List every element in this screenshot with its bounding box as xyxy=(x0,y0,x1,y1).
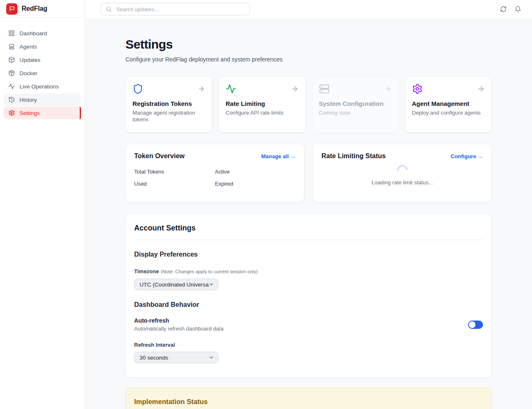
display-preferences-title: Display Preferences xyxy=(134,251,483,258)
card-agent-management[interactable]: Agent Management Deploy and configure ag… xyxy=(405,76,492,133)
brand-header: RedFlag xyxy=(0,0,85,18)
timezone-note: (Note: Changes apply to current session … xyxy=(161,269,257,274)
gear-icon xyxy=(412,83,423,94)
sidebar-item-label: Settings xyxy=(20,110,40,116)
topbar xyxy=(85,0,532,18)
overview-row: Token Overview Manage all → Total Tokens… xyxy=(125,144,492,203)
toggle-knob xyxy=(469,321,476,328)
content-area: Settings Configure your RedFlag deployme… xyxy=(85,18,532,409)
sidebar-item-label: Docker xyxy=(20,70,37,76)
timezone-select-value: UTC (Coordinated Universal Time) xyxy=(140,282,213,288)
history-clock-icon xyxy=(8,96,15,103)
sidebar-item-updates[interactable]: Updates xyxy=(4,54,81,66)
implementation-status-card: Implementation Status ✔️ Implemented Fea… xyxy=(125,387,492,409)
card-title: Agent Management xyxy=(412,100,485,107)
auto-refresh-row: Auto-refresh Automatically refresh dashb… xyxy=(134,317,483,332)
sidebar-item-label: Live Operations xyxy=(20,83,59,90)
feature-cards: Registration Tokens Manage agent registr… xyxy=(125,76,492,133)
arrow-right-icon xyxy=(291,83,299,93)
refresh-interval-select-value: 30 seconds xyxy=(140,355,213,361)
gear-icon xyxy=(8,110,15,116)
card-description: Manage agent registration tokens xyxy=(132,110,205,123)
activity-icon xyxy=(8,83,15,90)
account-settings-card: Account Settings Display Preferences Tim… xyxy=(125,213,492,378)
chevron-down-icon xyxy=(209,279,218,290)
arrow-right-icon xyxy=(198,83,205,93)
auto-refresh-label: Auto-refresh xyxy=(134,317,223,324)
stat-label-total-tokens: Total Tokens xyxy=(134,169,215,175)
card-title: System Configuration xyxy=(319,100,392,107)
token-overview-panel: Token Overview Manage all → Total Tokens… xyxy=(125,144,304,203)
token-stats: Total Tokens Active Used Expired xyxy=(134,169,296,187)
search-box[interactable] xyxy=(101,3,250,15)
implementation-status-title: Implementation Status xyxy=(134,398,483,406)
activity-icon xyxy=(226,83,236,94)
dashboard-grid-icon xyxy=(8,30,15,37)
sidebar-item-live-operations[interactable]: Live Operations xyxy=(4,80,81,93)
card-title: Rate Limiting xyxy=(226,100,298,107)
page-title: Settings xyxy=(125,37,492,51)
loading-text: Loading rate limit status... xyxy=(371,179,433,186)
redflag-logo xyxy=(6,3,17,15)
notifications-button[interactable] xyxy=(515,6,521,12)
auto-refresh-toggle[interactable] xyxy=(468,321,483,329)
search-input[interactable] xyxy=(115,6,245,13)
account-settings-title: Account Settings xyxy=(134,224,483,233)
panel-title: Rate Limiting Status xyxy=(321,152,386,160)
arrow-right-icon xyxy=(477,83,485,93)
sidebar-item-label: Updates xyxy=(20,57,40,63)
sidebar-item-label: History xyxy=(20,97,37,103)
card-rate-limiting[interactable]: Rate Limiting Configure API rate limits xyxy=(218,76,305,133)
shield-icon xyxy=(132,83,143,94)
docker-box-icon xyxy=(8,70,15,76)
spinner-icon xyxy=(395,163,409,177)
timezone-label: Timezone xyxy=(134,268,159,274)
page-subtitle: Configure your RedFlag deployment and sy… xyxy=(125,56,492,63)
brand-name: RedFlag xyxy=(22,5,47,12)
refresh-interval-label: Refresh Interval xyxy=(134,342,483,348)
flag-icon xyxy=(9,6,15,12)
topbar-actions xyxy=(500,6,521,12)
loading-indicator: Loading rate limit status... xyxy=(321,165,483,186)
manage-all-link[interactable]: Manage all → xyxy=(261,153,296,159)
stat-label-expired: Expired xyxy=(215,181,296,187)
sidebar: RedFlag Dashboard Agents Updates Docker … xyxy=(0,0,85,409)
sidebar-item-label: Agents xyxy=(20,44,37,50)
stat-label-used: Used xyxy=(134,181,215,187)
sidebar-item-agents[interactable]: Agents xyxy=(4,40,81,53)
card-title: Registration Tokens xyxy=(132,100,205,107)
configure-link[interactable]: Configure → xyxy=(451,153,483,159)
stat-label-active: Active xyxy=(215,169,296,175)
package-icon xyxy=(8,56,15,63)
panel-title: Token Overview xyxy=(134,152,185,160)
card-description: Deploy and configure agents xyxy=(412,110,485,116)
refresh-interval-select[interactable]: 30 seconds xyxy=(134,352,218,363)
timezone-select[interactable]: UTC (Coordinated Universal Time) xyxy=(134,279,218,290)
sidebar-item-history[interactable]: History xyxy=(4,93,81,106)
refresh-icon xyxy=(500,6,507,12)
card-description: Coming soon xyxy=(319,110,392,116)
sidebar-nav: Dashboard Agents Updates Docker Live Ope… xyxy=(0,18,85,120)
refresh-button[interactable] xyxy=(500,6,507,12)
arrow-right-icon xyxy=(384,83,392,93)
sidebar-item-docker[interactable]: Docker xyxy=(4,67,81,79)
sidebar-item-label: Dashboard xyxy=(20,30,47,37)
server-icon xyxy=(319,83,330,94)
card-system-configuration: System Configuration Coming soon xyxy=(312,76,399,133)
main-column: Settings Configure your RedFlag deployme… xyxy=(85,0,532,409)
auto-refresh-description: Automatically refresh dashboard data xyxy=(134,326,223,332)
search-icon xyxy=(106,6,112,12)
chevron-down-icon xyxy=(209,352,218,363)
dashboard-behavior-title: Dashboard Behavior xyxy=(134,301,483,309)
card-registration-tokens[interactable]: Registration Tokens Manage agent registr… xyxy=(125,76,212,133)
sidebar-item-settings[interactable]: Settings xyxy=(4,107,81,119)
divider xyxy=(134,240,483,240)
bell-icon xyxy=(515,6,521,12)
rate-limiting-status-panel: Rate Limiting Status Configure → Loading… xyxy=(313,144,492,203)
sidebar-item-dashboard[interactable]: Dashboard xyxy=(4,27,81,39)
timezone-label-row: Timezone (Note: Changes apply to current… xyxy=(134,267,483,275)
card-description: Configure API rate limits xyxy=(226,110,298,116)
agents-server-icon xyxy=(8,43,15,50)
